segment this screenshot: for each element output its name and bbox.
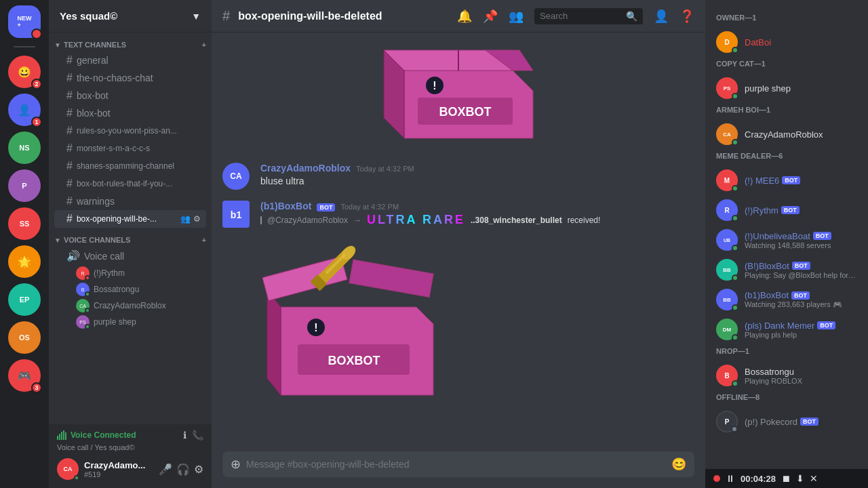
pin-icon[interactable]: 📌 xyxy=(483,9,498,24)
channel-monster[interactable]: # monster-s-m-a-c-c-s xyxy=(54,140,206,157)
voice-status-bossatrongu xyxy=(85,291,90,297)
voice-info-btn[interactable]: ℹ xyxy=(183,430,186,441)
channel-name-box-opening: box-opening-will-be-... xyxy=(77,214,157,224)
member-status-unbelivea xyxy=(732,245,738,251)
server-icon-label-ep: EP xyxy=(20,296,30,304)
voice-control-icons: ℹ 📞 xyxy=(183,430,203,441)
member-avatar-unbelivea: UB xyxy=(716,229,738,251)
message-input-box[interactable]: ⊕ 😊 xyxy=(222,451,694,477)
text-channels-header[interactable]: ▼ TEXT CHANNELS + xyxy=(49,38,212,52)
member-initials-rythm: R xyxy=(724,207,729,214)
channel-blox-bot[interactable]: # blox-bot xyxy=(54,104,206,122)
bell-icon[interactable]: 🔔 xyxy=(457,9,472,24)
member-unbelivea[interactable]: UB (!)UnbeliveaBoat BOT Watching 148,588… xyxy=(711,225,863,255)
member-initials-dank-memer: DM xyxy=(723,327,731,333)
server-icon-os[interactable]: OS xyxy=(8,321,41,354)
member-initials-bloxbot: BB xyxy=(723,267,731,273)
channel-box-rules[interactable]: # box-bot-rules-that-if-you-... xyxy=(54,175,206,192)
channel-header-name: box-opening-will-be-deleted xyxy=(238,10,382,22)
headset-button[interactable]: 🎧 xyxy=(176,463,190,476)
mic-button[interactable]: 🎤 xyxy=(159,463,172,476)
msg-content-boxbot: (b1)BoxBot BOT Today at 4:32 PM @CrazyAd… xyxy=(260,201,694,411)
server-icon-ep[interactable]: EP xyxy=(8,283,41,316)
server-icon-new[interactable]: NEW+ xyxy=(8,5,41,38)
server-icon-ss[interactable]: SS xyxy=(8,207,41,240)
channel-no-chaos[interactable]: # the-no-chaos-chat xyxy=(54,69,206,87)
member-name-area-boxbot: (b1)BoxBot BOT Watching 283,663 players … xyxy=(745,290,857,309)
message-input[interactable] xyxy=(246,459,666,470)
user-bar: CA CrazyAdamo... #519 🎤 🎧 ⚙ xyxy=(57,455,203,483)
server-name: Yes squad© xyxy=(60,10,117,22)
search-box[interactable]: 🔍 xyxy=(534,8,643,24)
msg-header-crazy: CrazyAdamoRoblox Today at 4:32 PM xyxy=(260,163,694,174)
server-icon-1[interactable]: 😀 2 xyxy=(8,56,41,88)
rec-download-icon[interactable]: ⬇ xyxy=(796,473,804,484)
member-name-area-pokecord: (p!) Pokecord BOT xyxy=(745,417,857,427)
member-rythm[interactable]: R (!)Rythm BOT xyxy=(711,195,863,225)
voice-member-name-bossatrongu: Bossatrongu xyxy=(94,285,139,294)
reply-arrow: → xyxy=(353,216,361,225)
member-section-copycat: COPY CAT—1 xyxy=(711,57,863,70)
channel-box-opening[interactable]: # box-opening-will-be-... 👥 ⚙ xyxy=(54,210,206,228)
member-datboi[interactable]: D DatBoi xyxy=(711,27,863,57)
add-voice-channel-icon[interactable]: + xyxy=(202,236,206,244)
server-icon-sun[interactable]: 🌟 xyxy=(8,245,41,278)
person-icon[interactable]: 👤 xyxy=(654,9,669,24)
channel-name-no-chaos: the-no-chaos-chat xyxy=(77,73,153,83)
server-icon-2[interactable]: 👤 1 xyxy=(8,94,41,126)
ultra-rare-label: ULTRA RARE xyxy=(367,213,465,227)
rec-stop-icon[interactable]: ⏹ xyxy=(781,473,791,484)
add-channel-icon[interactable]: + xyxy=(202,41,206,49)
add-message-icon[interactable]: ⊕ xyxy=(231,457,241,472)
server-icon-sun-emoji: 🌟 xyxy=(18,256,31,268)
server-icon-p[interactable]: P xyxy=(8,169,41,202)
member-boxbot[interactable]: BB (b1)BoxBot BOT Watching 283,663 playe… xyxy=(711,285,863,314)
member-crazyadamo[interactable]: CA CrazyAdamoRoblox xyxy=(711,119,863,149)
pause-icon[interactable]: ⏸ xyxy=(726,473,735,484)
user-controls: 🎤 🎧 ⚙ xyxy=(159,463,203,476)
voice-avatar-bossatrongu: B xyxy=(76,283,90,296)
settings-button[interactable]: ⚙ xyxy=(194,463,203,476)
member-purple-shep[interactable]: PS purple shep xyxy=(711,73,863,103)
member-dank-memer[interactable]: DM (pls) Dank Memer BOT Playing pls help xyxy=(711,314,863,344)
channel-rules[interactable]: # rules-so-you-wont-piss-an... xyxy=(54,122,206,140)
msg-username-crazy: CrazyAdamoRoblox xyxy=(260,163,351,174)
user-discriminator: #519 xyxy=(84,470,153,479)
rec-close-icon[interactable]: ✕ xyxy=(810,473,818,484)
voice-call-channel[interactable]: 🔊 Voice call xyxy=(54,247,206,265)
member-bloxbot[interactable]: BB (B!)BloxBot BOT Playing: Say @BloxBot… xyxy=(711,255,863,285)
voice-phone-btn[interactable]: 📞 xyxy=(192,430,203,441)
member-pokecord[interactable]: P (p!) Pokecord BOT xyxy=(711,407,863,436)
channel-general[interactable]: # general ⚙ xyxy=(54,52,206,69)
member-name-row-bloxbot: (B!)BloxBot BOT xyxy=(745,261,857,271)
channel-warnings[interactable]: # warnings xyxy=(54,192,206,210)
message-group-1: CA CrazyAdamoRoblox Today at 4:32 PM blu… xyxy=(222,163,694,190)
hash-icon-box-rules: # xyxy=(66,178,73,190)
user-status-dot xyxy=(74,475,79,481)
search-input[interactable] xyxy=(540,11,622,21)
voice-channels-header[interactable]: ▼ VOICE CHANNELS + xyxy=(49,233,212,247)
member-badge-unbelivea: BOT xyxy=(813,232,831,240)
emoji-icon[interactable]: 😊 xyxy=(671,457,686,472)
server-icon-bottom[interactable]: 🎮 3 xyxy=(8,359,41,392)
server-icon-ns[interactable]: NS xyxy=(8,131,41,164)
member-name-mee6: (!) MEE6 xyxy=(745,176,779,186)
server-icon-avatar-2: 👤 xyxy=(18,104,31,117)
members-icon[interactable]: 👥 xyxy=(509,9,524,24)
channel-settings-icon[interactable]: ⚙ xyxy=(193,214,201,224)
channel-box-bot[interactable]: # box-bot xyxy=(54,87,206,104)
member-name-unbelivea: (!)UnbeliveaBoat xyxy=(745,231,810,241)
help-icon[interactable]: ❓ xyxy=(679,9,694,24)
member-name-bossatrongu: Bossatrongu xyxy=(745,367,794,377)
messages-area: BOXBOT ! CA CrazyAdamoRoblox Today at 4:… xyxy=(212,33,705,441)
member-name-area-bloxbot: (B!)BloxBot BOT Playing: Say @BloxBot he… xyxy=(745,261,857,279)
channel-shanes[interactable]: # shanes-spamming-channel xyxy=(54,157,206,175)
msg-text-crazy: bluse ultra xyxy=(260,175,694,188)
member-bossatrongu[interactable]: B Bossatrongu Playing ROBLOX xyxy=(711,361,863,390)
member-name-bloxbot: (B!)BloxBot xyxy=(745,261,789,271)
member-mee6[interactable]: M (!) MEE6 BOT xyxy=(711,165,863,195)
voice-member-bossatrongu: B Bossatrongu xyxy=(54,281,206,298)
member-sub-bloxbot: Playing: Say @BloxBot help for com xyxy=(745,271,857,279)
server-header[interactable]: Yes squad© ▼ xyxy=(49,0,212,33)
reply-line xyxy=(260,216,262,224)
